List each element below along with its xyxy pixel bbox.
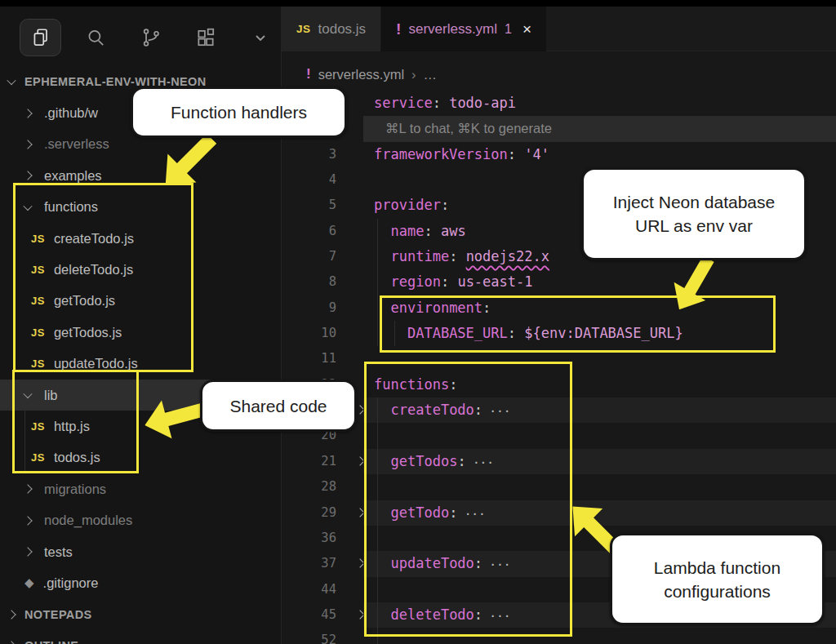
code-token: '4' (524, 146, 549, 162)
indent-guide (377, 244, 378, 269)
line-number: 44 (282, 577, 363, 602)
breadcrumb-more: … (424, 67, 438, 82)
code-line-8[interactable]: 8 region: us-east-1 (282, 269, 836, 295)
code-token: aws (441, 223, 466, 239)
highlight-box-environment (380, 295, 776, 353)
code-token: provider (374, 197, 441, 213)
callout-text: Shared code (229, 394, 327, 418)
callout-text: Inject Neon database (613, 190, 775, 214)
item-label: OUTLINE (24, 639, 78, 644)
yaml-file-icon: ! (306, 66, 311, 82)
code-token: : (424, 223, 440, 239)
sidebar-item-migrations[interactable]: migrations (0, 473, 282, 504)
chevron-right-icon[interactable] (7, 610, 16, 619)
breadcrumb-separator-icon: › (411, 67, 416, 82)
indent-guide (377, 269, 378, 295)
code-line-1[interactable]: 1service: todo-api (282, 91, 836, 116)
js-file-icon: JS (296, 23, 311, 35)
git-file-icon: ◆ (24, 575, 34, 590)
line-number: 45 (282, 602, 363, 628)
sidebar-item-tests[interactable]: tests (0, 536, 282, 567)
chevron-right-icon[interactable] (23, 547, 32, 556)
highlight-box-functions-folder (13, 183, 193, 372)
breadcrumb-file: serverless.yml (318, 67, 404, 82)
line-number: 28 (282, 474, 363, 500)
chevron-right-icon[interactable] (23, 485, 32, 494)
line-number: 9 (282, 295, 363, 321)
line-number: 36 (282, 526, 363, 551)
line-number: 5 (282, 193, 363, 218)
line-number: 10 (282, 321, 363, 346)
chevron-right-icon[interactable] (23, 109, 32, 118)
ai-hint-line: ⌘L to chat, ⌘K to generate (282, 116, 836, 141)
tab-label: todos.js (318, 21, 367, 38)
chevron-right-icon[interactable] (7, 642, 16, 644)
code-line-3[interactable]: 3frameworkVersion: '4' (282, 142, 836, 167)
source-control-icon[interactable] (130, 19, 171, 56)
line-number: 21 (282, 449, 363, 474)
yaml-file-icon: ! (396, 20, 401, 38)
activity-bar (0, 11, 282, 64)
callout-text: Function handlers (171, 100, 307, 124)
line-number: 8 (282, 269, 363, 295)
search-icon[interactable] (74, 19, 116, 56)
code-token: : (449, 248, 465, 264)
code-text: service: todo-api (363, 91, 836, 116)
sidebar-item-node-modules[interactable]: node_modules (0, 504, 282, 535)
code-token: : (441, 197, 449, 213)
code-text: frameworkVersion: '4' (363, 142, 836, 167)
line-number: 11 (282, 346, 363, 371)
tab-bar: JS todos.js ! serverless.yml 1 × (282, 7, 836, 51)
chevron-right-icon[interactable] (23, 171, 32, 180)
item-label: .gitignore (43, 575, 99, 591)
callout-text: URL as env var (635, 214, 753, 238)
line-number: 29 (282, 500, 363, 526)
tab-label: serverless.yml (408, 21, 497, 38)
chevron-right-icon[interactable] (23, 140, 32, 149)
chevron-right-icon[interactable] (23, 516, 32, 525)
chevron-down-icon[interactable] (240, 19, 282, 56)
line-number: 4 (282, 167, 363, 193)
vscode-window: EPHEMERAL-ENV-WITH-NEON.github/w.serverl… (0, 0, 836, 644)
explorer-files-icon[interactable] (20, 19, 61, 56)
code-token: frameworkVersion (374, 146, 508, 162)
code-token: runtime (390, 248, 449, 264)
code-token: nodejs22.x (466, 248, 549, 264)
code-token: : (508, 146, 524, 162)
line-number: 7 (282, 244, 363, 269)
item-label: .serverless (44, 136, 109, 152)
code-token: name (390, 223, 424, 239)
sidebar-item--gitignore[interactable]: ◆.gitignore (0, 567, 282, 598)
ai-hint-text: ⌘L to chat, ⌘K to generate (363, 116, 836, 141)
code-token: : (441, 273, 457, 290)
breadcrumb[interactable]: ! serverless.yml › … (282, 52, 836, 96)
callout-inject-neon: Inject Neon database URL as env var (581, 167, 807, 260)
chevron-down-icon[interactable] (7, 76, 16, 85)
item-label: migrations (44, 482, 106, 497)
code-token: region (390, 273, 440, 290)
line-number: 6 (282, 219, 363, 244)
tab-serverless-yml[interactable]: ! serverless.yml 1 × (381, 7, 546, 51)
extensions-icon[interactable] (185, 19, 226, 56)
line-number: 37 (282, 551, 363, 576)
close-icon[interactable]: × (522, 20, 531, 38)
indent-guide (377, 295, 378, 321)
indent-guide (377, 321, 378, 346)
callout-text: Lambda function (654, 556, 780, 580)
code-text: region: us-east-1 (363, 269, 836, 295)
line-number: 52 (282, 628, 363, 644)
sidebar-item-notepads[interactable]: NOTEPADS (0, 599, 282, 630)
code-token: service (374, 95, 433, 111)
window-top-strip (0, 0, 836, 7)
code-token: : (433, 95, 449, 111)
item-label: examples (44, 168, 102, 184)
line-number: 3 (282, 142, 363, 167)
callout-function-handlers: Function handlers (131, 87, 347, 138)
item-label: node_modules (44, 513, 132, 528)
callout-shared-code: Shared code (200, 380, 357, 432)
item-label: NOTEPADS (24, 608, 92, 621)
tab-todos-js[interactable]: JS todos.js (282, 7, 381, 51)
sidebar-item-outline[interactable]: OUTLINE (0, 630, 282, 644)
item-label: .github/w (44, 105, 98, 121)
code-token: todo-api (449, 95, 516, 111)
